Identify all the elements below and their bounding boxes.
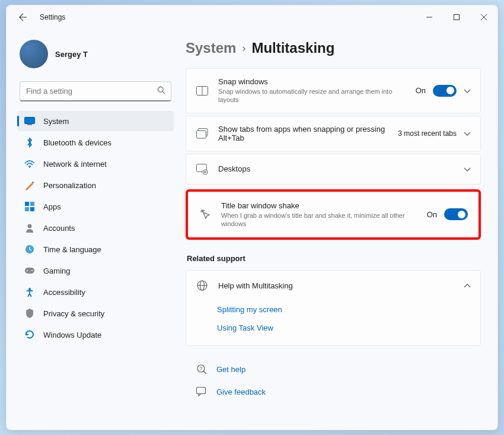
- close-icon: [481, 14, 487, 20]
- nav-label: Accessibility: [43, 288, 85, 297]
- nav-accounts[interactable]: Accounts: [17, 218, 174, 238]
- feedback-icon: [195, 385, 208, 398]
- card-title: Title bar window shake: [221, 201, 417, 210]
- chevron-down-icon: [464, 128, 471, 139]
- maximize-icon: [454, 14, 460, 20]
- snap-windows-card[interactable]: Snap windows Snap windows to automatical…: [186, 68, 481, 113]
- nav-time[interactable]: Time & language: [17, 239, 174, 259]
- card-body: Desktops: [218, 164, 454, 173]
- card-body: Title bar window shake When I grab a win…: [221, 201, 417, 228]
- privacy-icon: [24, 308, 35, 319]
- card-title: Show tabs from apps when snapping or pre…: [218, 125, 388, 142]
- svg-rect-10: [25, 202, 29, 206]
- give-feedback-link[interactable]: Give feedback: [186, 380, 481, 403]
- svg-rect-13: [30, 207, 34, 211]
- settings-window: Settings Sergey T System Bluetooth & dev…: [6, 5, 498, 430]
- globe-help-icon: [196, 279, 209, 292]
- breadcrumb-separator-icon: ›: [242, 42, 245, 55]
- titlebar: Settings: [7, 5, 497, 29]
- nav-network[interactable]: Network & internet: [17, 154, 174, 174]
- svg-rect-23: [197, 131, 206, 138]
- svg-rect-7: [27, 124, 32, 125]
- alt-tab-card[interactable]: Show tabs from apps when snapping or pre…: [186, 116, 481, 151]
- toggle-state-label: On: [416, 86, 426, 95]
- shake-toggle[interactable]: [444, 208, 468, 220]
- close-button[interactable]: [470, 5, 497, 29]
- nav-apps[interactable]: Apps: [17, 196, 174, 217]
- content-area: Sergey T System Bluetooth & devices Netw…: [7, 29, 497, 430]
- desktops-icon: [196, 163, 209, 176]
- time-icon: [24, 244, 35, 255]
- card-controls: [464, 164, 471, 174]
- nav-label: Windows Update: [43, 331, 101, 339]
- card-description: When I grab a window's title bar and sha…: [221, 211, 417, 228]
- snap-toggle[interactable]: [433, 85, 457, 97]
- nav-gaming[interactable]: Gaming: [17, 261, 174, 281]
- nav-update[interactable]: Windows Update: [17, 325, 174, 345]
- back-button[interactable]: [14, 8, 33, 27]
- nav-system[interactable]: System: [17, 111, 174, 131]
- get-help-link[interactable]: ? Get help: [186, 358, 481, 380]
- nav-bluetooth[interactable]: Bluetooth & devices: [17, 132, 174, 153]
- profile-header[interactable]: Sergey T: [17, 36, 174, 77]
- nav-label: System: [43, 117, 69, 126]
- chevron-down-icon: [464, 85, 471, 96]
- chevron-up-icon: [464, 280, 471, 291]
- nav-privacy[interactable]: Privacy & security: [17, 303, 174, 323]
- svg-rect-16: [25, 268, 34, 274]
- related-support-heading: Related support: [187, 254, 481, 263]
- nav-accessibility[interactable]: Accessibility: [17, 282, 174, 302]
- search-input[interactable]: [20, 81, 171, 101]
- toggle-state-label: On: [427, 210, 437, 219]
- back-arrow-icon: [19, 13, 27, 21]
- accounts-icon: [24, 223, 35, 233]
- svg-point-8: [29, 167, 30, 168]
- help-link[interactable]: Using Task View: [217, 319, 471, 337]
- search-icon: [157, 86, 165, 97]
- svg-line-33: [203, 371, 206, 374]
- breadcrumb-current: Multitasking: [251, 40, 334, 56]
- svg-text:?: ?: [199, 366, 202, 372]
- chevron-down-icon: [464, 164, 471, 174]
- help-link[interactable]: Splitting my screen: [217, 300, 471, 319]
- link-label: Give feedback: [216, 388, 266, 396]
- window-controls: [416, 5, 497, 29]
- svg-point-17: [27, 270, 28, 271]
- nav-label: Gaming: [43, 266, 71, 275]
- sidebar: Sergey T System Bluetooth & devices Netw…: [7, 29, 178, 430]
- nav-label: Apps: [43, 202, 61, 211]
- username: Sergey T: [55, 50, 88, 59]
- apps-icon: [24, 201, 35, 212]
- minimize-button[interactable]: [416, 5, 443, 29]
- search-box: [20, 81, 171, 101]
- card-controls: On: [427, 208, 468, 220]
- breadcrumb-parent[interactable]: System: [186, 40, 236, 56]
- avatar: [20, 40, 48, 68]
- update-icon: [24, 329, 35, 340]
- tabs-icon: [196, 127, 209, 140]
- nav-personalization[interactable]: Personalization: [17, 175, 174, 195]
- expander-body: Splitting my screen Using Task View: [186, 300, 480, 345]
- svg-rect-12: [25, 207, 29, 211]
- personalization-icon: [24, 180, 35, 190]
- maximize-button[interactable]: [443, 5, 470, 29]
- system-icon: [24, 116, 35, 126]
- card-title: Desktops: [218, 164, 454, 173]
- bluetooth-icon: [24, 137, 35, 148]
- nav-label: Privacy & security: [43, 309, 104, 318]
- title-bar-shake-card[interactable]: Title bar window shake When I grab a win…: [189, 193, 477, 237]
- accessibility-icon: [24, 287, 35, 297]
- card-title: Snap windows: [218, 77, 406, 86]
- card-controls: On: [416, 85, 471, 97]
- help-expander: Help with Multitasking Splitting my scre…: [186, 270, 481, 346]
- svg-point-14: [28, 224, 32, 228]
- highlighted-setting: Title bar window shake When I grab a win…: [186, 189, 481, 240]
- svg-rect-11: [30, 202, 34, 206]
- help-expander-header[interactable]: Help with Multitasking: [186, 271, 480, 300]
- dropdown-value[interactable]: 3 most recent tabs: [398, 129, 457, 138]
- svg-point-4: [158, 87, 163, 92]
- svg-rect-1: [454, 15, 460, 20]
- card-body: Snap windows Snap windows to automatical…: [218, 77, 406, 104]
- help-icon: ?: [195, 363, 208, 376]
- desktops-card[interactable]: Desktops: [186, 154, 481, 185]
